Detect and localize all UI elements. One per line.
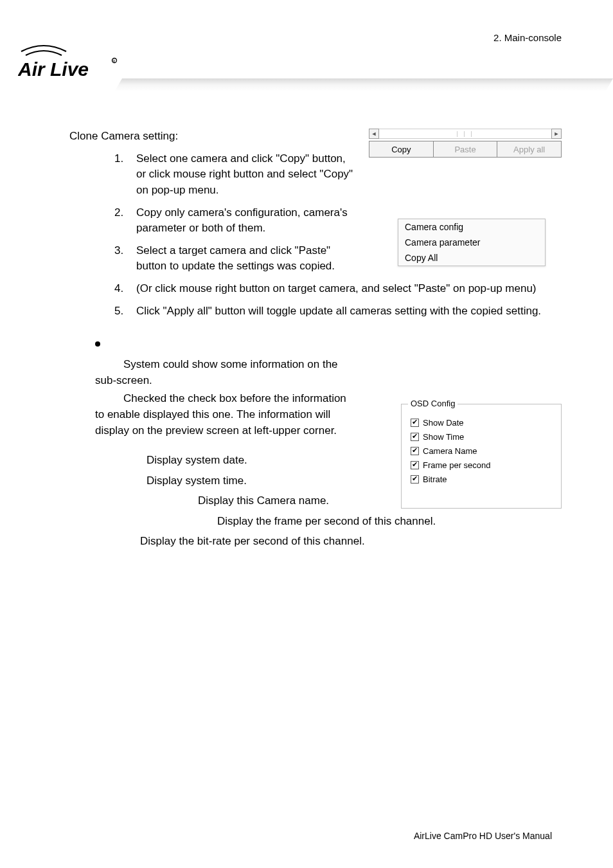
- checkbox-bitrate-row[interactable]: Bitrate: [411, 475, 552, 484]
- osd-bullet: [95, 336, 549, 352]
- checkbox-icon[interactable]: [411, 447, 419, 455]
- scroll-left-icon[interactable]: ◄: [369, 129, 379, 139]
- airlive-logo-icon: Air Live R: [18, 44, 121, 82]
- copy-button[interactable]: Copy: [369, 141, 434, 158]
- list-number: 5.: [114, 303, 136, 320]
- desc-frame-per-second: Display the frame per second of this cha…: [217, 511, 549, 531]
- apply-all-button[interactable]: Apply all: [497, 141, 562, 158]
- menu-item-camera-parameter[interactable]: Camera parameter: [398, 235, 545, 250]
- osd-text: display on the preview screen at left-up…: [95, 424, 337, 437]
- osd-text: System could show some information on th…: [95, 357, 397, 373]
- context-menu: Camera config Camera parameter Copy All: [398, 219, 546, 266]
- osd-text: sub-screen.: [95, 374, 152, 386]
- checkbox-icon[interactable]: [411, 419, 419, 427]
- checkbox-icon[interactable]: [411, 461, 419, 469]
- paste-button[interactable]: Paste: [434, 141, 498, 158]
- menu-item-copy-all[interactable]: Copy All: [398, 250, 545, 266]
- header-decor-bar: [114, 78, 613, 91]
- osd-paragraph-2: Checked the check box before the informa…: [95, 391, 397, 439]
- checkbox-label: Bitrate: [423, 475, 447, 484]
- checkbox-icon[interactable]: [411, 433, 419, 441]
- osd-text: to enable displayed this one. The inform…: [95, 408, 330, 420]
- menu-item-camera-config[interactable]: Camera config: [398, 219, 545, 235]
- checkbox-frame-per-second-row[interactable]: Frame per second: [411, 460, 552, 470]
- svg-text:R: R: [112, 59, 115, 63]
- checkbox-label: Show Date: [423, 418, 464, 428]
- checkbox-label: Show Time: [423, 432, 464, 442]
- list-number: 1.: [114, 151, 136, 199]
- copy-paste-toolbar: ◄ | | | ► Copy Paste Apply all: [369, 129, 562, 158]
- scroll-right-icon[interactable]: ►: [551, 129, 562, 139]
- page-header: 2. Main-console Air Live R: [0, 0, 613, 96]
- desc-bitrate: Display the bit-rate per second of this …: [140, 531, 549, 551]
- step-2: Copy only camera's configuration, camera…: [136, 205, 355, 237]
- checkbox-icon[interactable]: [411, 475, 419, 484]
- osd-paragraph-1: System could show some information on th…: [95, 357, 397, 388]
- checkbox-label: Camera Name: [423, 446, 477, 456]
- step-3: Select a target camera and click "Paste"…: [136, 243, 355, 275]
- checkbox-show-date-row[interactable]: Show Date: [411, 418, 552, 428]
- step-5: Click "Apply all" button will toggle upd…: [136, 303, 549, 320]
- breadcrumb: 2. Main-console: [493, 32, 562, 43]
- scroll-track[interactable]: | | |: [379, 129, 551, 139]
- step-1: Select one camera and click "Copy" butto…: [136, 151, 355, 199]
- svg-text:Air Live: Air Live: [18, 59, 89, 80]
- scroll-strip: ◄ | | | ►: [369, 129, 562, 139]
- step-4: (Or click mouse right button on target c…: [136, 281, 549, 297]
- osd-config-group: OSD Config Show Date Show Time Camera Na…: [401, 404, 562, 509]
- osd-config-title: OSD Config: [408, 399, 458, 408]
- list-number: 4.: [114, 281, 136, 297]
- checkbox-camera-name-row[interactable]: Camera Name: [411, 446, 552, 456]
- list-number: 2.: [114, 205, 136, 237]
- checkbox-label: Frame per second: [423, 460, 491, 470]
- bullet-icon: [95, 341, 100, 347]
- checkbox-show-time-row[interactable]: Show Time: [411, 432, 552, 442]
- osd-text: Checked the check box before the informa…: [95, 391, 397, 407]
- list-number: 3.: [114, 243, 136, 275]
- footer-manual-title: AirLive CamPro HD User's Manual: [414, 831, 552, 841]
- logo: Air Live R: [18, 44, 121, 82]
